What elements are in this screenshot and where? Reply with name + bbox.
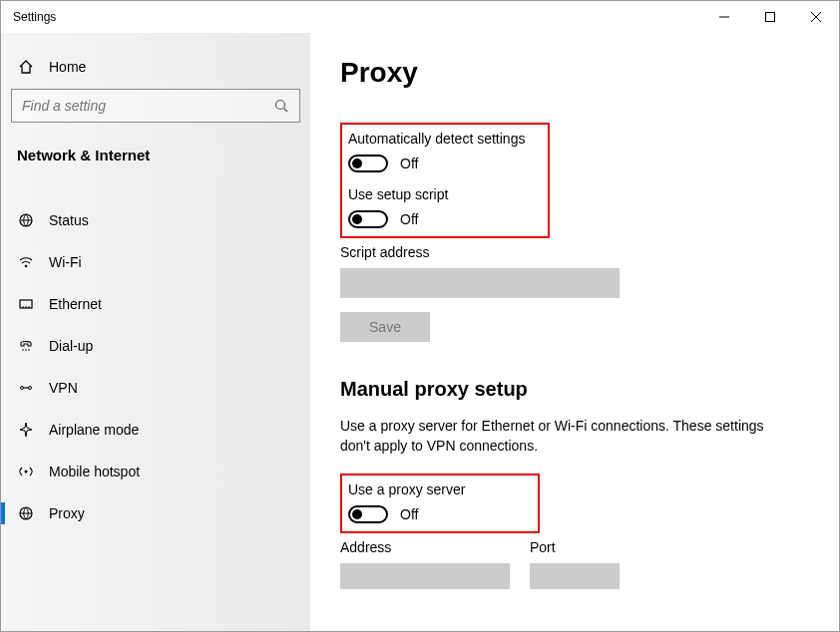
window-title: Settings <box>13 10 701 24</box>
sidebar-item-label: Mobile hotspot <box>49 464 140 479</box>
airplane-icon <box>17 422 35 438</box>
auto-detect-toggle[interactable] <box>348 155 388 172</box>
dialup-icon <box>17 338 35 354</box>
svg-point-14 <box>28 349 30 351</box>
minimize-button[interactable] <box>701 1 747 33</box>
content-area: Proxy Automatically detect settings Off … <box>310 33 839 631</box>
setup-script-label: Use setup script <box>348 186 538 202</box>
use-proxy-state: Off <box>400 506 418 522</box>
port-label: Port <box>530 539 620 555</box>
address-label: Address <box>340 539 510 555</box>
svg-line-5 <box>284 109 288 113</box>
sidebar-section-heading: Network & Internet <box>11 147 300 173</box>
proxy-icon <box>17 505 35 521</box>
svg-point-13 <box>25 349 27 351</box>
svg-point-12 <box>22 349 24 351</box>
svg-point-7 <box>25 265 28 268</box>
sidebar-item-label: Dial-up <box>49 338 93 354</box>
manual-section-desc: Use a proxy server for Ethernet or Wi-Fi… <box>340 417 779 456</box>
sidebar-item-label: Wi-Fi <box>49 254 82 270</box>
highlight-auto-section: Automatically detect settings Off Use se… <box>340 123 550 238</box>
sidebar-item-label: Status <box>49 212 89 228</box>
auto-detect-state: Off <box>400 156 418 171</box>
hotspot-icon <box>17 464 35 479</box>
script-address-input[interactable] <box>340 268 620 298</box>
manual-section-title: Manual proxy setup <box>340 378 809 401</box>
sidebar-item-label: Proxy <box>49 505 85 521</box>
search-icon <box>273 98 289 114</box>
page-title: Proxy <box>340 57 809 89</box>
titlebar: Settings <box>1 1 839 33</box>
maximize-button[interactable] <box>747 1 793 33</box>
status-icon <box>17 212 35 228</box>
address-input[interactable] <box>340 563 510 589</box>
sidebar-home[interactable]: Home <box>11 51 300 89</box>
use-proxy-label: Use a proxy server <box>348 481 528 497</box>
svg-point-4 <box>276 101 285 110</box>
sidebar-item-dialup[interactable]: Dial-up <box>11 325 300 367</box>
sidebar-item-ethernet[interactable]: Ethernet <box>11 283 300 325</box>
maximize-icon <box>765 12 775 22</box>
sidebar-item-label: Ethernet <box>49 296 102 312</box>
use-proxy-toggle[interactable] <box>348 505 388 523</box>
minimize-icon <box>719 12 729 22</box>
sidebar: Home Network & Internet Status Wi-Fi <box>1 33 310 631</box>
sidebar-item-vpn[interactable]: VPN <box>11 367 300 409</box>
script-address-label: Script address <box>340 244 809 260</box>
svg-rect-1 <box>766 13 775 22</box>
sidebar-item-airplane[interactable]: Airplane mode <box>11 409 300 451</box>
auto-detect-label: Automatically detect settings <box>348 131 538 147</box>
sidebar-item-wifi[interactable]: Wi-Fi <box>11 241 300 283</box>
port-input[interactable] <box>530 563 620 589</box>
search-input[interactable] <box>22 98 273 114</box>
sidebar-item-proxy[interactable]: Proxy <box>11 492 300 534</box>
sidebar-item-hotspot[interactable]: Mobile hotspot <box>11 451 300 492</box>
home-icon <box>17 59 35 75</box>
sidebar-item-label: VPN <box>49 380 78 396</box>
ethernet-icon <box>17 296 35 312</box>
window-controls <box>701 1 839 33</box>
close-icon <box>811 12 821 22</box>
wifi-icon <box>17 254 35 270</box>
highlight-proxy-toggle: Use a proxy server Off <box>340 474 540 533</box>
save-button[interactable]: Save <box>340 312 430 342</box>
setup-script-toggle[interactable] <box>348 210 388 228</box>
sidebar-nav: Status Wi-Fi Ethernet Dial-up <box>11 173 300 534</box>
close-button[interactable] <box>793 1 839 33</box>
svg-point-16 <box>29 387 32 390</box>
sidebar-home-label: Home <box>49 59 86 75</box>
svg-point-15 <box>21 387 24 390</box>
sidebar-item-label: Airplane mode <box>49 422 139 438</box>
vpn-icon <box>17 380 35 396</box>
search-box[interactable] <box>11 89 300 123</box>
svg-point-18 <box>25 471 28 474</box>
sidebar-item-status[interactable]: Status <box>11 199 300 241</box>
setup-script-state: Off <box>400 211 418 227</box>
